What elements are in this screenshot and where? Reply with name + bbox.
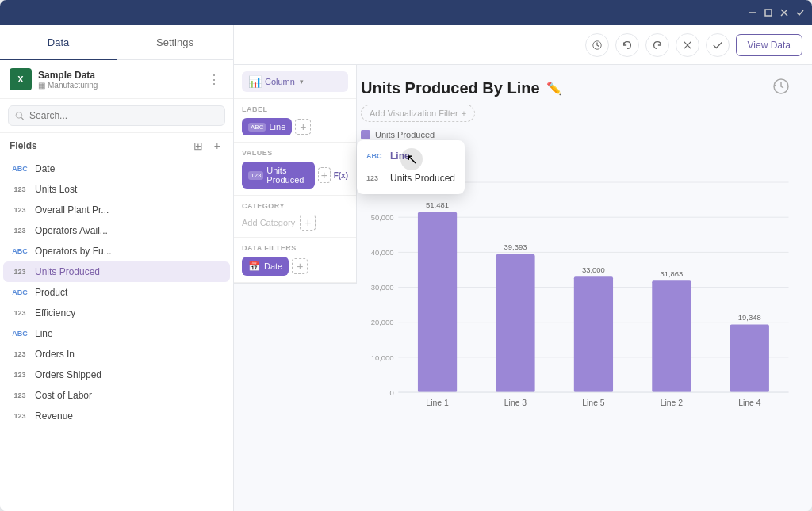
field-type-badge: 123 xyxy=(10,227,30,235)
field-item-units-produced[interactable]: 123 Units Produced xyxy=(3,261,230,282)
plus-icon: + xyxy=(462,109,466,118)
fields-add-button[interactable]: + xyxy=(211,138,224,154)
field-name: Operators Avail... xyxy=(35,225,108,236)
add-category-label: Add Category xyxy=(242,218,295,227)
field-item-efficiency[interactable]: 123 Efficiency xyxy=(3,303,230,323)
field-name: Date xyxy=(35,163,55,174)
field-name: Efficiency xyxy=(35,307,75,318)
field-item-orders-in[interactable]: 123 Orders In xyxy=(3,344,230,364)
field-type-badge: ABC xyxy=(10,330,30,337)
svg-rect-30 xyxy=(574,276,613,392)
data-filters-title: DATA FILTERS xyxy=(242,244,348,252)
undo-button[interactable] xyxy=(615,33,639,57)
tab-data[interactable]: Data xyxy=(0,25,117,60)
values-field-row: 123 Units Produced + F(x) xyxy=(242,162,348,189)
field-item-orders-shipped[interactable]: 123 Orders Shipped xyxy=(3,364,230,385)
field-item-date[interactable]: ABC Date xyxy=(3,158,230,179)
tab-bar: Data Settings xyxy=(0,25,233,60)
chart-title-row: Units Produced By Line ✏️ xyxy=(361,79,562,97)
field-name: Cost of Labor xyxy=(35,390,92,401)
svg-text:Line 4: Line 4 xyxy=(738,399,761,407)
svg-text:Line 5: Line 5 xyxy=(582,399,605,407)
check-button[interactable] xyxy=(795,7,806,18)
close-button[interactable] xyxy=(779,7,790,18)
search-row xyxy=(0,99,233,133)
minimize-button[interactable] xyxy=(747,7,758,18)
fields-grid-button[interactable]: ⊞ xyxy=(190,138,206,154)
label-section: LABEL ABC Line + xyxy=(234,99,356,143)
kebab-menu-button[interactable]: ⋮ xyxy=(205,69,224,90)
field-item-operators-by-fu...[interactable]: ABC Operators by Fu... xyxy=(3,241,230,261)
field-name: Revenue xyxy=(35,410,73,421)
values-field-pill[interactable]: 123 Units Produced xyxy=(242,162,315,189)
field-item-cost-of-labor[interactable]: 123 Cost of Labor xyxy=(3,385,230,406)
field-type-badge: 123 xyxy=(10,371,30,379)
filter-add-button[interactable]: + xyxy=(292,258,308,274)
field-name: Line xyxy=(35,328,53,339)
popup-type-badge: ABC xyxy=(366,152,384,160)
close-toolbar-button[interactable] xyxy=(676,33,699,57)
label-field-pill[interactable]: ABC Line xyxy=(242,118,292,135)
field-type-badge: ABC xyxy=(10,247,30,255)
field-type-badge: ABC xyxy=(10,165,30,173)
field-name: Operators by Fu... xyxy=(35,246,112,257)
add-filter-button[interactable]: Add Visualization Filter + xyxy=(361,105,475,122)
svg-text:Line 2: Line 2 xyxy=(661,399,684,407)
redo-button[interactable] xyxy=(645,33,669,57)
chart-type-selector[interactable]: 📊 Column ▾ xyxy=(242,71,348,92)
legend-label: Units Produced xyxy=(375,130,435,139)
add-category-row[interactable]: Add Category + xyxy=(242,215,348,231)
field-item-units-lost[interactable]: 123 Units Lost xyxy=(3,179,230,200)
category-add-button[interactable]: + xyxy=(300,215,316,231)
svg-text:30,000: 30,000 xyxy=(371,283,394,292)
svg-rect-33 xyxy=(652,280,691,392)
svg-text:20,000: 20,000 xyxy=(371,318,394,326)
view-data-button[interactable]: View Data xyxy=(736,34,802,56)
field-item-product[interactable]: ABC Product xyxy=(3,282,230,303)
fields-label: Fields xyxy=(10,140,37,151)
field-type-badge: 123 xyxy=(10,309,30,317)
chart-title: Units Produced By Line xyxy=(361,79,540,97)
check-toolbar-button[interactable] xyxy=(706,33,730,57)
svg-text:Line 3: Line 3 xyxy=(504,399,527,407)
field-type-badge: 123 xyxy=(10,391,30,399)
category-section-title: CATEGORY xyxy=(242,202,348,210)
svg-text:51,481: 51,481 xyxy=(426,200,449,209)
field-item-line[interactable]: ABC Line xyxy=(3,323,230,344)
values-add-button[interactable]: + xyxy=(318,167,331,183)
fields-actions: ⊞ + xyxy=(190,138,224,154)
tab-settings[interactable]: Settings xyxy=(117,25,233,60)
popup-type-badge: 123 xyxy=(366,174,384,182)
label-add-button[interactable]: + xyxy=(295,119,311,135)
dropdown-item-line[interactable]: ABC Line xyxy=(357,145,465,167)
right-panel: View Data 📊 Column ▾ LABEL xyxy=(234,25,812,511)
fx-button[interactable]: F(x) xyxy=(334,171,348,180)
field-name: Orders In xyxy=(35,349,75,360)
popup-item-name: Line xyxy=(390,151,410,162)
category-section: CATEGORY Add Category + xyxy=(234,196,356,238)
fields-header: Fields ⊞ + xyxy=(0,133,233,158)
field-item-operators-avail...[interactable]: 123 Operators Avail... xyxy=(3,220,230,241)
chart-header: Units Produced By Line ✏️ xyxy=(361,78,796,98)
label-section-title: LABEL xyxy=(242,105,348,113)
search-input[interactable] xyxy=(29,110,218,121)
svg-text:50,000: 50,000 xyxy=(371,213,394,222)
filter-field-row: 📅 Date + xyxy=(242,257,348,276)
clock-button[interactable] xyxy=(585,33,609,57)
legend-color-box xyxy=(361,130,370,139)
field-name: Overall Plant Pr... xyxy=(35,204,109,215)
field-item-overall-plant-pr...[interactable]: 123 Overall Plant Pr... xyxy=(3,200,230,220)
field-item-revenue[interactable]: 123 Revenue xyxy=(3,406,230,426)
add-filter-label: Add Visualization Filter xyxy=(370,109,458,118)
field-type-badge: 123 xyxy=(10,206,30,214)
field-name: Orders Shipped xyxy=(35,369,102,380)
filter-chip-date[interactable]: 📅 Date xyxy=(242,257,289,276)
edit-title-button[interactable]: ✏️ xyxy=(546,81,562,96)
svg-text:39,393: 39,393 xyxy=(504,242,527,251)
maximize-button[interactable] xyxy=(763,7,774,18)
field-type-badge: 123 xyxy=(10,412,30,420)
chart-clock-icon xyxy=(772,78,796,98)
popup-item-name: Units Produced xyxy=(390,173,455,184)
dropdown-item-units-produced[interactable]: 123 Units Produced xyxy=(357,167,465,189)
dropdown-popup: ABC Line 123 Units Produced xyxy=(357,140,465,194)
